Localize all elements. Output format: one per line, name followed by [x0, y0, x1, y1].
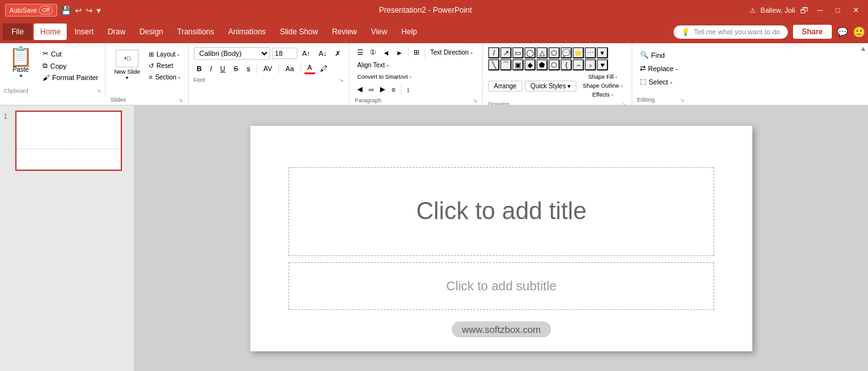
font-size-input[interactable] — [272, 48, 297, 59]
columns-button[interactable]: ⊞ — [411, 47, 422, 58]
save-icon[interactable]: 💾 — [61, 6, 71, 15]
select-icon: ⬚ — [640, 78, 646, 86]
shape-triangle-left[interactable]: △ — [536, 47, 548, 58]
shape-fill-button[interactable]: Shape Fill - — [579, 73, 627, 81]
copy-button[interactable]: ⧉ Copy — [40, 60, 101, 71]
autosave-toggle[interactable]: Off — [39, 6, 53, 15]
arrange-button[interactable]: Arrange — [488, 81, 522, 91]
menu-draw[interactable]: Draw — [101, 24, 132, 40]
numbering-button[interactable]: ① — [367, 47, 379, 58]
new-slide-button[interactable]: +□ New Slide ▾ — [111, 47, 144, 83]
shape-hexagon[interactable]: ⬡ — [548, 59, 560, 71]
slide-thumbnail[interactable] — [15, 111, 122, 171]
minimize-button[interactable]: ─ — [813, 4, 827, 16]
shape-outline-button[interactable]: Shape Outline - — [579, 82, 627, 90]
shape-brace[interactable]: { — [560, 59, 572, 71]
shape-circle[interactable]: ◯ — [524, 47, 536, 58]
font-clear-button[interactable]: ✗ — [332, 48, 344, 59]
menu-slideshow[interactable]: Slide Show — [273, 24, 324, 40]
line-spacing-button[interactable]: ↕ — [404, 84, 413, 95]
shape-line2[interactable]: ╲ — [488, 59, 499, 71]
underline-button[interactable]: U — [217, 64, 229, 74]
font-expand-icon[interactable]: ↘ — [339, 78, 344, 83]
paste-button[interactable]: 📋 Paste ▾ — [4, 44, 37, 88]
menu-help[interactable]: Help — [395, 24, 424, 40]
bold-button[interactable]: B — [194, 64, 205, 74]
shape-line[interactable]: / — [488, 47, 499, 58]
shape-diamond[interactable]: ◆ — [524, 59, 536, 71]
char-spacing-button[interactable]: AV — [260, 64, 275, 74]
slides-expand-icon[interactable]: ↘ — [179, 97, 183, 103]
share-button[interactable]: Share — [793, 25, 832, 39]
clipboard-expand-icon[interactable]: ↘ — [97, 88, 101, 94]
increase-indent-button[interactable]: ► — [393, 48, 405, 58]
maximize-button[interactable]: □ — [832, 4, 844, 16]
replace-button[interactable]: ⇄ Replace - — [637, 63, 684, 74]
collapse-ribbon-button[interactable]: ▲ — [860, 44, 867, 52]
shape-callout[interactable]: 💬 — [560, 47, 572, 58]
menu-file[interactable]: File — [3, 24, 32, 40]
shape-flowchart[interactable]: ⬦ — [585, 59, 596, 71]
shape-pentagon[interactable]: ⬟ — [536, 59, 548, 71]
cut-button[interactable]: ✂ Cut — [40, 48, 101, 59]
font-name-select[interactable]: Calibri (Body) — [194, 47, 270, 60]
convert-smartart-button[interactable]: Convert to SmartArt - — [355, 72, 414, 81]
change-case-button[interactable]: Aa — [282, 64, 297, 74]
quick-styles-button[interactable]: Quick Styles ▾ — [525, 81, 576, 91]
decrease-indent-button[interactable]: ◄ — [380, 48, 392, 58]
font-grow-button[interactable]: A↑ — [299, 48, 314, 58]
shape-more[interactable]: ⋯ — [585, 47, 596, 58]
align-text-button[interactable]: Align Text - — [355, 60, 391, 70]
restore-down-icon[interactable]: 🗗 — [800, 6, 808, 15]
tell-me-input[interactable]: 💡 Tell me what you want to do — [674, 25, 788, 39]
text-direction-button[interactable]: Text Direction - — [428, 48, 475, 57]
redo-icon[interactable]: ↪ — [86, 6, 93, 15]
comment-icon[interactable]: 💬 — [837, 27, 848, 37]
align-left-button[interactable]: ◀ — [355, 84, 365, 95]
reset-button[interactable]: ↺ Reset — [146, 61, 182, 71]
menu-design[interactable]: Design — [133, 24, 169, 40]
shape-heart[interactable]: ♥ — [597, 59, 608, 71]
title-placeholder[interactable]: Click to add title — [288, 167, 714, 256]
shape-rounded-rect[interactable]: ▣ — [512, 59, 524, 71]
layout-button[interactable]: ⊞ Layout - — [146, 50, 182, 59]
format-painter-button[interactable]: 🖌 Format Painter — [40, 72, 101, 83]
menu-view[interactable]: View — [365, 24, 394, 40]
paragraph-expand-icon[interactable]: ↘ — [473, 98, 477, 104]
menu-animations[interactable]: Animations — [222, 24, 272, 40]
menu-insert[interactable]: Insert — [68, 24, 100, 40]
editing-expand-icon[interactable]: ↘ — [680, 97, 684, 103]
customize-qat-icon[interactable]: ▾ — [97, 6, 101, 15]
shadow-button[interactable]: s — [243, 64, 254, 74]
select-button[interactable]: ⬚ Select - — [637, 76, 684, 87]
strikethrough-button[interactable]: S — [231, 64, 241, 74]
slide-canvas[interactable]: Click to add title Click to add subtitle… — [250, 126, 752, 351]
shape-arc[interactable]: ⌢ — [573, 59, 584, 71]
justify-button[interactable]: ≡ — [389, 84, 398, 95]
shape-star[interactable]: ⭐ — [573, 47, 584, 58]
shape-rect[interactable]: ▭ — [512, 47, 524, 58]
align-right-button[interactable]: ▶ — [377, 84, 388, 95]
find-button[interactable]: 🔍 Find — [637, 50, 684, 60]
menu-review[interactable]: Review — [325, 24, 363, 40]
subtitle-placeholder[interactable]: Click to add subtitle — [288, 262, 714, 310]
smiley-icon[interactable]: 🙂 — [853, 26, 865, 38]
paragraph-group: ☰ ① ◄ ► ⊞ Text Direction - Align Text - … — [349, 43, 483, 105]
shape-effects-button[interactable]: Effects - — [579, 91, 627, 98]
font-color-button[interactable]: A — [304, 62, 315, 74]
autosave-button[interactable]: AutoSave Off — [5, 4, 57, 17]
font-shrink-button[interactable]: A↓ — [315, 48, 330, 58]
menu-home[interactable]: Home — [34, 24, 67, 40]
shape-arrow[interactable]: ↗ — [500, 47, 512, 58]
section-button[interactable]: ≡ Section - — [146, 72, 182, 82]
highlight-color-button[interactable]: 🖍 — [317, 64, 330, 74]
italic-button[interactable]: I — [207, 64, 215, 74]
shapes-more-button[interactable]: ▾ — [597, 47, 608, 58]
shape-arrow-right[interactable]: ⬠ — [548, 47, 560, 58]
shape-curve[interactable]: ⌒ — [500, 59, 512, 71]
close-button[interactable]: ✕ — [849, 4, 863, 16]
center-button[interactable]: ═ — [366, 84, 376, 95]
menu-transitions[interactable]: Transitions — [171, 24, 220, 40]
bullets-button[interactable]: ☰ — [355, 47, 366, 58]
undo-icon[interactable]: ↩ — [75, 6, 82, 15]
